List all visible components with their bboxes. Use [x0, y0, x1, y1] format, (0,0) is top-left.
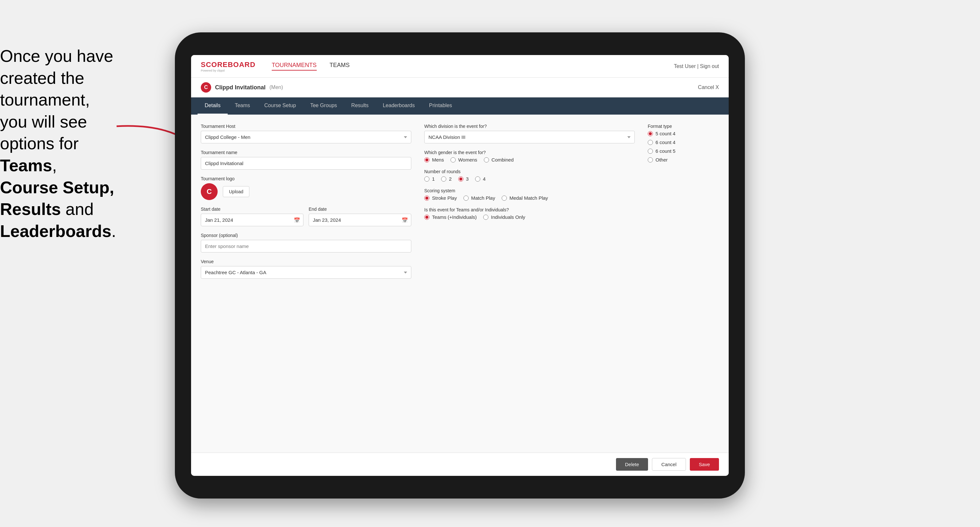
- tablet-frame: SCOREBOARD Powered by clippd TOURNAMENTS…: [175, 32, 745, 498]
- sponsor-group: Sponsor (optional): [201, 233, 411, 252]
- gender-group: Which gender is the event for? Mens Wome…: [424, 150, 635, 162]
- start-date-icon: 📅: [294, 217, 300, 223]
- format-5count4[interactable]: 5 count 4: [648, 131, 719, 136]
- sponsor-label: Sponsor (optional): [201, 233, 411, 238]
- rounds-2[interactable]: 2: [441, 176, 452, 182]
- gender-mens[interactable]: Mens: [424, 157, 444, 162]
- instruction-text: Once you have created the tournament, yo…: [0, 45, 156, 242]
- division-select[interactable]: NCAA Division III: [424, 131, 635, 143]
- logo-text: SCOREBOARD: [201, 60, 256, 69]
- rounds-4[interactable]: 4: [475, 176, 485, 182]
- end-date-icon: 📅: [402, 217, 408, 223]
- main-content: Tournament Host Clippd College - Men Tou…: [191, 114, 729, 452]
- tab-tee-groups[interactable]: Tee Groups: [303, 97, 344, 114]
- venue-label: Venue: [201, 259, 411, 264]
- tab-results[interactable]: Results: [344, 97, 375, 114]
- name-input[interactable]: [201, 157, 411, 170]
- logo-upload-area: C Upload: [201, 183, 411, 200]
- host-select[interactable]: Clippd College - Men: [201, 131, 411, 143]
- instruction-line2: created the: [0, 68, 84, 87]
- tab-course-setup[interactable]: Course Setup: [257, 97, 303, 114]
- footer-bar: Delete Cancel Save: [191, 452, 729, 476]
- instruction-teams: Teams: [0, 156, 52, 175]
- nav-links: TOURNAMENTS TEAMS: [272, 62, 674, 71]
- instruction-line4: you will see: [0, 112, 87, 131]
- form-area: Tournament Host Clippd College - Men Tou…: [191, 114, 729, 288]
- format-6count5[interactable]: 6 count 5: [648, 148, 719, 154]
- rounds-label: Number of rounds: [424, 169, 635, 174]
- rounds-3[interactable]: 3: [458, 176, 469, 182]
- format-6count4[interactable]: 6 count 4: [648, 140, 719, 145]
- format-radio-group: 5 count 4 6 count 4 6 count 5 Other: [648, 131, 719, 162]
- teams-group: Is this event for Teams and/or Individua…: [424, 207, 635, 220]
- start-date-input[interactable]: [201, 214, 304, 226]
- venue-group: Venue Peachtree GC - Atlanta - GA: [201, 259, 411, 279]
- tournament-type: (Men): [269, 84, 283, 90]
- nav-tournaments[interactable]: TOURNAMENTS: [272, 62, 317, 71]
- name-label: Tournament name: [201, 150, 411, 155]
- instruction-line5: options for: [0, 134, 79, 153]
- start-date-label: Start date: [201, 206, 304, 212]
- nav-teams[interactable]: TEAMS: [330, 62, 350, 71]
- teams-plus-individuals[interactable]: Teams (+Individuals): [424, 214, 477, 220]
- format-column: Format type 5 count 4 6 count 4 6 count …: [648, 124, 719, 279]
- end-date-label: End date: [309, 206, 411, 212]
- gender-womens[interactable]: Womens: [450, 157, 477, 162]
- instruction-leaderboards: Leaderboards: [0, 222, 111, 241]
- scoring-match[interactable]: Match Play: [463, 195, 495, 201]
- scoring-group: Scoring system Stroke Play Match Play Me…: [424, 188, 635, 201]
- logo-group: Tournament logo C Upload: [201, 176, 411, 200]
- rounds-group: Number of rounds 1 2 3: [424, 169, 635, 182]
- logo-preview: C: [201, 183, 218, 200]
- gender-label: Which gender is the event for?: [424, 150, 635, 155]
- start-date-group: Start date 📅: [201, 206, 304, 226]
- cancel-x-button[interactable]: Cancel X: [698, 84, 719, 90]
- top-nav: SCOREBOARD Powered by clippd TOURNAMENTS…: [191, 55, 729, 78]
- gender-radio-row: Mens Womens Combined: [424, 157, 635, 162]
- tournament-name: Clippd Invitational: [215, 84, 266, 91]
- format-label: Format type: [648, 124, 719, 129]
- tournament-header: C Clippd Invitational (Men) Cancel X: [191, 78, 729, 97]
- name-group: Tournament name: [201, 150, 411, 170]
- instruction-line1: Once you have: [0, 47, 113, 65]
- instruction-line3: tournament,: [0, 90, 90, 109]
- date-row: Start date 📅 End date 📅: [201, 206, 411, 226]
- logo-label: Tournament logo: [201, 176, 411, 181]
- end-date-wrapper: 📅: [309, 214, 411, 226]
- scoring-stroke[interactable]: Stroke Play: [424, 195, 457, 201]
- format-group: Format type 5 count 4 6 count 4 6 count …: [648, 124, 719, 162]
- start-date-wrapper: 📅: [201, 214, 304, 226]
- teams-label: Is this event for Teams and/or Individua…: [424, 207, 635, 212]
- host-label: Tournament Host: [201, 124, 411, 129]
- gender-combined[interactable]: Combined: [484, 157, 514, 162]
- individuals-only[interactable]: Individuals Only: [483, 214, 525, 220]
- left-column: Tournament Host Clippd College - Men Tou…: [201, 124, 411, 279]
- tournament-title: C Clippd Invitational (Men): [201, 82, 283, 92]
- scoring-medal[interactable]: Medal Match Play: [502, 195, 548, 201]
- sponsor-input[interactable]: [201, 240, 411, 252]
- venue-select[interactable]: Peachtree GC - Atlanta - GA: [201, 266, 411, 279]
- scoring-label: Scoring system: [424, 188, 635, 193]
- cancel-button[interactable]: Cancel: [652, 458, 686, 471]
- middle-column: Which division is the event for? NCAA Di…: [424, 124, 635, 279]
- end-date-group: End date 📅: [309, 206, 411, 226]
- logo-sub: Powered by clippd: [201, 69, 256, 72]
- instruction-results: Results: [0, 200, 61, 219]
- upload-button[interactable]: Upload: [223, 186, 249, 197]
- end-date-input[interactable]: [309, 214, 411, 226]
- delete-button[interactable]: Delete: [616, 458, 648, 471]
- teams-radio-row: Teams (+Individuals) Individuals Only: [424, 214, 635, 220]
- instruction-course: Course Setup,: [0, 178, 115, 197]
- rounds-radio-row: 1 2 3 4: [424, 176, 635, 182]
- division-label: Which division is the event for?: [424, 124, 635, 129]
- format-other[interactable]: Other: [648, 157, 719, 162]
- tab-printables[interactable]: Printables: [422, 97, 459, 114]
- tab-teams[interactable]: Teams: [228, 97, 257, 114]
- host-group: Tournament Host Clippd College - Men: [201, 124, 411, 143]
- tab-bar: Details Teams Course Setup Tee Groups Re…: [191, 97, 729, 114]
- rounds-1[interactable]: 1: [424, 176, 434, 182]
- tab-leaderboards[interactable]: Leaderboards: [375, 97, 422, 114]
- user-area[interactable]: Test User | Sign out: [674, 63, 719, 69]
- save-button[interactable]: Save: [690, 458, 719, 471]
- tab-details[interactable]: Details: [197, 97, 228, 114]
